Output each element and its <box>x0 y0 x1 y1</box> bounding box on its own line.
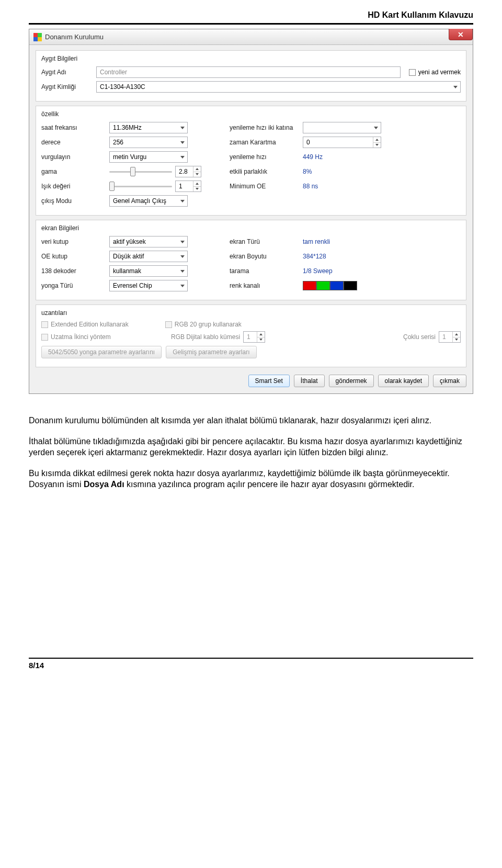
svg-rect-3 <box>38 37 42 41</box>
window-close-button[interactable]: ✕ <box>449 29 473 40</box>
save-as-button[interactable]: olarak kaydet <box>378 375 429 387</box>
device-info-title: Aygıt Bilgileri <box>41 55 461 62</box>
doc-header-rule <box>29 23 473 25</box>
light-value: 1 <box>179 183 182 190</box>
app-icon <box>33 33 42 41</box>
device-info-group: Aygıt Bilgileri Aygıt Adı Controller yen… <box>36 50 466 102</box>
gamma-value: 2.8 <box>179 168 188 175</box>
page-number: 8/14 <box>29 661 44 670</box>
window-title: Donanım Kurulumu <box>45 33 104 41</box>
data-polarity-value: aktif yüksek <box>113 238 146 245</box>
output-mode-label: çıkış Modu <box>41 197 109 205</box>
chip-5042-params-button: 5042/5050 yonga parametre ayarlarını <box>41 346 162 358</box>
properties-group: özellik saat frekansı 11.36MHz yenileme … <box>36 106 466 216</box>
data-polarity-combo[interactable]: aktif yüksek <box>109 236 188 247</box>
multi-series-label: Çoklu serisi <box>403 333 436 341</box>
chevron-down-icon <box>178 122 187 133</box>
gamma-spin[interactable]: 2.8 <box>175 166 201 177</box>
paragraph-2: İthalat bölümüne tıkladığımızda aşağıdak… <box>29 436 473 458</box>
gamma-label: gama <box>41 168 109 175</box>
refresh2-combo[interactable] <box>303 122 381 133</box>
chip-type-label: yonga Türü <box>41 282 109 289</box>
device-id-label: Aygıt Kimliği <box>41 83 96 91</box>
gamma-slider[interactable] <box>109 166 172 177</box>
extensions-title: uzantıları <box>41 309 461 317</box>
color-channel-label: renk kanalı <box>230 282 303 289</box>
color-swatch[interactable] <box>303 281 316 290</box>
screen-type-label: ekran Türü <box>230 238 303 245</box>
svg-rect-1 <box>38 33 42 37</box>
emphasis-value: metin Vurgu <box>113 153 146 161</box>
cable-set-value: 1 <box>247 333 250 341</box>
output-mode-combo[interactable]: Genel Amaçlı Çıkış <box>109 195 188 207</box>
delay-second-label: Uzatma İkinci yöntem <box>51 333 161 341</box>
light-spin[interactable]: 1 <box>175 181 201 192</box>
color-channel-swatches[interactable] <box>303 281 357 290</box>
decoder-combo[interactable]: kullanmak <box>109 265 188 277</box>
oe-polarity-label: OE kutup <box>41 253 109 260</box>
oe-polarity-combo[interactable]: Düşük aktif <box>109 251 188 262</box>
extensions-group: uzantıları Extended Edition kullanarak R… <box>36 305 466 367</box>
screen-info-title: ekran Bilgileri <box>41 224 461 232</box>
color-swatch[interactable] <box>344 281 357 290</box>
data-polarity-label: veri kutup <box>41 238 109 245</box>
min-oe-value: 88 ns <box>303 183 318 190</box>
extended-edition-checkbox <box>41 321 48 328</box>
emphasis-label: vurgulayın <box>41 153 109 161</box>
p3-part-c: kısmına yazılınca program açılır pencere… <box>124 480 415 489</box>
extended-edition-label: Extended Edition kullanarak <box>51 321 129 328</box>
color-swatch[interactable] <box>330 281 344 290</box>
effective-brightness-label: etkili parlaklık <box>230 168 303 175</box>
chip-type-combo[interactable]: Evrensel Chip <box>109 280 188 291</box>
paragraph-1: Donanım kurulumu bölümünden alt kısımda … <box>29 415 473 426</box>
clock-label: saat frekansı <box>41 124 109 131</box>
svg-rect-0 <box>33 33 38 37</box>
body-text: Donanım kurulumu bölümünden alt kısımda … <box>29 415 473 490</box>
svg-rect-2 <box>33 37 38 41</box>
refresh-value: 449 Hz <box>303 153 323 161</box>
chevron-down-icon <box>178 251 187 262</box>
chevron-down-icon <box>178 266 187 276</box>
multi-series-value: 1 <box>442 333 446 341</box>
blanking-value: 0 <box>306 139 310 146</box>
grade-combo[interactable]: 256 <box>109 137 188 148</box>
scan-value: 1/8 Sweep <box>303 267 333 275</box>
rgb20-checkbox <box>165 321 172 328</box>
grade-label: derece <box>41 139 109 146</box>
chevron-down-icon <box>451 82 460 92</box>
close-icon: ✕ <box>458 30 464 39</box>
chevron-down-icon <box>178 152 187 162</box>
screen-info-group: ekran Bilgileri veri kutup aktif yüksek … <box>36 220 466 300</box>
multi-series-spin: 1 <box>439 331 461 343</box>
screen-size-value: 384*128 <box>303 253 326 260</box>
light-label: Işık değeri <box>41 183 109 190</box>
import-button[interactable]: İthalat <box>294 375 325 387</box>
decoder-value: kullanmak <box>113 267 141 275</box>
paragraph-3: Bu kısımda dikkat edilmesi gerek nokta h… <box>29 468 473 490</box>
advanced-params-button: Gelişmiş parametre ayarları <box>166 346 256 358</box>
rgb20-label: RGB 20 grup kullanarak <box>175 321 242 328</box>
refresh2-label: yenileme hızı iki katına <box>230 124 303 131</box>
rename-checkbox[interactable] <box>409 69 416 76</box>
exit-button[interactable]: çıkmak <box>433 375 466 387</box>
color-swatch[interactable] <box>316 281 330 290</box>
chevron-down-icon <box>178 196 187 206</box>
emphasis-combo[interactable]: metin Vurgu <box>109 151 188 163</box>
clock-combo[interactable]: 11.36MHz <box>109 122 188 133</box>
output-mode-value: Genel Amaçlı Çıkış <box>113 197 166 205</box>
footer-rule <box>29 658 473 659</box>
light-slider[interactable] <box>109 181 172 192</box>
hardware-setup-window: Donanım Kurulumu ✕ Aygıt Bilgileri Aygıt… <box>29 29 473 394</box>
dialog-button-row: Smart Set İthalat göndermek olarak kayde… <box>36 371 466 388</box>
oe-polarity-value: Düşük aktif <box>113 253 144 260</box>
properties-title: özellik <box>41 110 461 118</box>
blanking-spin[interactable]: 0 <box>303 137 381 148</box>
chevron-down-icon <box>178 137 187 148</box>
page-footer: 8/14 <box>29 658 473 670</box>
cable-set-spin: 1 <box>243 331 265 343</box>
smart-set-button[interactable]: Smart Set <box>248 375 290 387</box>
device-id-combo[interactable]: C1-1304-A130C <box>96 81 461 93</box>
device-name-input[interactable]: Controller <box>96 66 401 78</box>
send-button[interactable]: göndermek <box>329 375 374 387</box>
p3-part-b: Dosya Adı <box>84 480 124 489</box>
